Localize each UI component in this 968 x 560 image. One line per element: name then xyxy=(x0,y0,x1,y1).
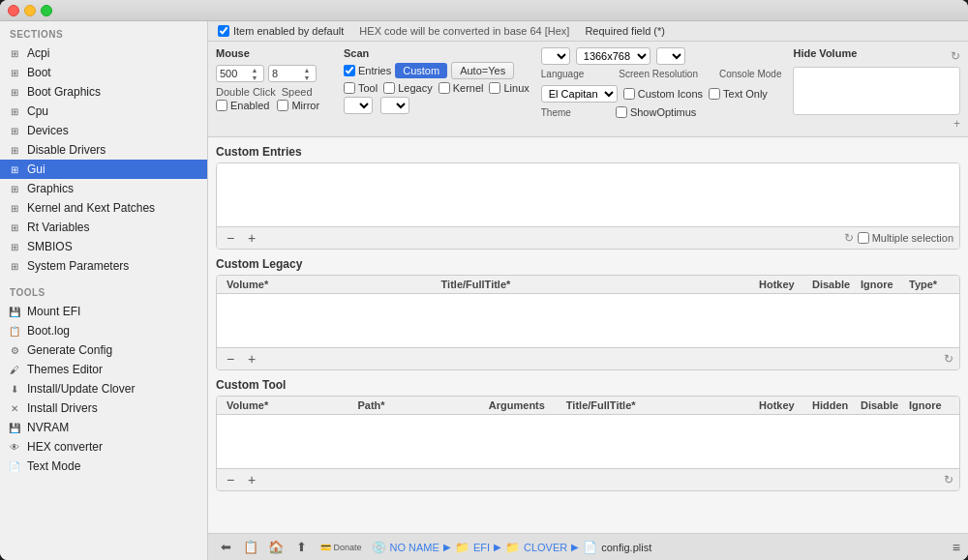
linux-checkbox-label[interactable]: Linux xyxy=(489,82,529,94)
tool-checkbox[interactable] xyxy=(344,82,355,94)
sidebar-item-nvram[interactable]: 💾 NVRAM xyxy=(0,418,207,437)
doc-icon: 📋 xyxy=(8,324,21,338)
linux-checkbox[interactable] xyxy=(489,82,500,94)
console-mode-label: Console Mode xyxy=(719,69,781,79)
refresh-legacy-icon[interactable]: ↻ xyxy=(944,352,953,366)
sidebar-item-label: Boot xyxy=(27,66,51,79)
text-only-checkbox[interactable] xyxy=(709,88,720,100)
enabled-checkbox-label[interactable]: Enabled xyxy=(216,100,269,111)
scan-sub-select2[interactable] xyxy=(380,97,409,114)
sidebar-item-devices[interactable]: ⊞ Devices xyxy=(0,121,207,140)
add-entry-btn[interactable]: + xyxy=(244,230,259,246)
remove-tool-btn[interactable]: − xyxy=(223,472,238,487)
minimize-button[interactable] xyxy=(24,5,36,16)
dc-down[interactable]: ▼ xyxy=(301,74,313,81)
add-hide-volume-btn[interactable]: + xyxy=(953,117,960,131)
sidebar-item-cpu[interactable]: ⊞ Cpu xyxy=(0,102,207,121)
text-only-checkbox-label[interactable]: Text Only xyxy=(709,88,768,100)
dc-up[interactable]: ▲ xyxy=(301,66,313,74)
legacy-checkbox[interactable] xyxy=(383,82,395,94)
show-optimus-checkbox-label[interactable]: ShowOptimus xyxy=(616,106,696,118)
content-area: Item enabled by default HEX code will be… xyxy=(208,21,968,560)
back-btn[interactable]: ⬅ xyxy=(216,538,235,557)
speed-stepper[interactable]: ▲ ▼ xyxy=(249,66,260,81)
legacy-col-ignore: Ignore xyxy=(857,278,905,291)
custom-icons-checkbox-label[interactable]: Custom Icons xyxy=(623,88,703,100)
grid-icon: ⊞ xyxy=(8,201,21,215)
custom-icons-checkbox[interactable] xyxy=(623,88,635,100)
custom-entries-body xyxy=(217,163,959,226)
sidebar-item-graphics[interactable]: ⊞ Graphics xyxy=(0,179,207,198)
entries-checkbox-label[interactable]: Entries xyxy=(344,65,391,76)
remove-entry-btn[interactable]: − xyxy=(223,230,238,246)
sidebar-item-boot[interactable]: ⊞ Boot xyxy=(0,63,207,82)
mouse-speed-input[interactable]: 500 ▲ ▼ xyxy=(216,65,264,82)
sidebar-item-text-mode[interactable]: 📄 Text Mode xyxy=(0,457,207,476)
sidebar-item-kernel[interactable]: ⊞ Kernel and Kext Patches xyxy=(0,198,207,218)
sidebar-item-themes-editor[interactable]: 🖌 Themes Editor xyxy=(0,360,207,379)
sidebar-item-rt-variables[interactable]: ⊞ Rt Variables xyxy=(0,218,207,237)
tool-checkbox-label[interactable]: Tool xyxy=(344,82,378,94)
sidebar-item-generate-config[interactable]: ⚙ Generate Config xyxy=(0,340,207,360)
kernel-checkbox-label[interactable]: Kernel xyxy=(439,82,484,94)
close-button[interactable] xyxy=(8,5,19,16)
kernel-checkbox[interactable] xyxy=(439,82,450,94)
sidebar-item-gui[interactable]: ⊞ Gui xyxy=(0,160,207,179)
multiple-selection-checkbox[interactable] xyxy=(858,232,869,244)
share-btn[interactable]: ⬆ xyxy=(291,538,311,557)
sidebar-item-label: Mount EFI xyxy=(27,305,80,318)
sidebar: SECTIONS ⊞ Acpi ⊞ Boot ⊞ Boot Graphics ⊞… xyxy=(0,21,208,560)
sidebar-item-bootlog[interactable]: 📋 Boot.log xyxy=(0,321,207,340)
custom-button[interactable]: Custom xyxy=(395,63,447,78)
sidebar-item-hex-converter[interactable]: 👁 HEX converter xyxy=(0,437,207,457)
main-scroll-area[interactable]: Custom Entries − + ↻ xyxy=(208,137,968,533)
donate-btn[interactable]: 💳 Donate xyxy=(317,538,366,557)
refresh-entries-icon[interactable]: ↻ xyxy=(844,231,854,245)
refresh-icon[interactable]: ↻ xyxy=(951,49,960,63)
show-optimus-checkbox[interactable] xyxy=(616,106,627,118)
refresh-tool-icon[interactable]: ↻ xyxy=(944,473,953,486)
add-legacy-btn[interactable]: + xyxy=(244,351,259,367)
double-click-stepper[interactable]: ▲ ▼ xyxy=(301,66,313,81)
sidebar-item-boot-graphics[interactable]: ⊞ Boot Graphics xyxy=(0,82,207,102)
custom-legacy-footer: − + ↻ xyxy=(217,347,959,369)
scan-sub-select[interactable] xyxy=(344,97,373,114)
sidebar-item-label: Devices xyxy=(27,124,69,137)
mouse-double-click-input[interactable]: 8 ▲ ▼ xyxy=(268,65,317,82)
mirror-checkbox[interactable] xyxy=(277,100,288,111)
sidebar-item-install-clover[interactable]: ⬇ Install/Update Clover xyxy=(0,379,207,398)
language-select[interactable] xyxy=(541,47,570,65)
sidebar-item-label: Acpi xyxy=(27,46,49,60)
sidebar-item-acpi[interactable]: ⊞ Acpi xyxy=(0,44,207,63)
forward-btn[interactable]: 📋 xyxy=(241,538,260,557)
multiple-selection-label[interactable]: Multiple selection xyxy=(858,232,953,244)
console-mode-select[interactable] xyxy=(656,47,685,65)
theme-select[interactable]: El Capitan xyxy=(541,85,618,103)
custom-legacy-header-row: Volume* Title/FullTitle* Hotkey Disable … xyxy=(217,276,959,294)
sidebar-item-smbios[interactable]: ⊞ SMBIOS xyxy=(0,237,207,256)
speed-up[interactable]: ▲ xyxy=(249,66,260,74)
sidebar-item-system-parameters[interactable]: ⊞ System Parameters xyxy=(0,256,207,276)
custom-tool-footer: − + ↻ xyxy=(217,468,959,490)
resolution-select[interactable]: 1366x768 xyxy=(576,47,650,65)
sidebar-item-label: System Parameters xyxy=(27,259,129,273)
legacy-checkbox-label[interactable]: Legacy xyxy=(383,82,432,94)
enabled-checkbox[interactable] xyxy=(216,100,227,111)
sidebar-item-install-drivers[interactable]: ✕ Install Drivers xyxy=(0,398,207,418)
add-tool-btn[interactable]: + xyxy=(244,472,259,487)
entries-checkbox[interactable] xyxy=(344,65,355,76)
speed-down[interactable]: ▼ xyxy=(249,74,260,81)
sidebar-item-mount-efi[interactable]: 💾 Mount EFI xyxy=(0,302,207,321)
home-btn[interactable]: 🏠 xyxy=(266,538,286,557)
custom-legacy-body xyxy=(217,294,959,347)
hamburger-menu[interactable]: ≡ xyxy=(953,540,960,555)
sidebar-item-label: Boot.log xyxy=(27,324,70,338)
sidebar-item-disable-drivers[interactable]: ⊞ Disable Drivers xyxy=(0,140,207,160)
tools-label: TOOLS xyxy=(0,280,207,302)
auto-yes-button[interactable]: Auto=Yes xyxy=(451,62,514,79)
maximize-button[interactable] xyxy=(41,5,52,16)
remove-legacy-btn[interactable]: − xyxy=(223,351,238,367)
item-enabled-checkbox[interactable] xyxy=(218,25,229,37)
mirror-checkbox-label[interactable]: Mirror xyxy=(277,100,319,111)
grid-icon: ⊞ xyxy=(8,85,21,99)
